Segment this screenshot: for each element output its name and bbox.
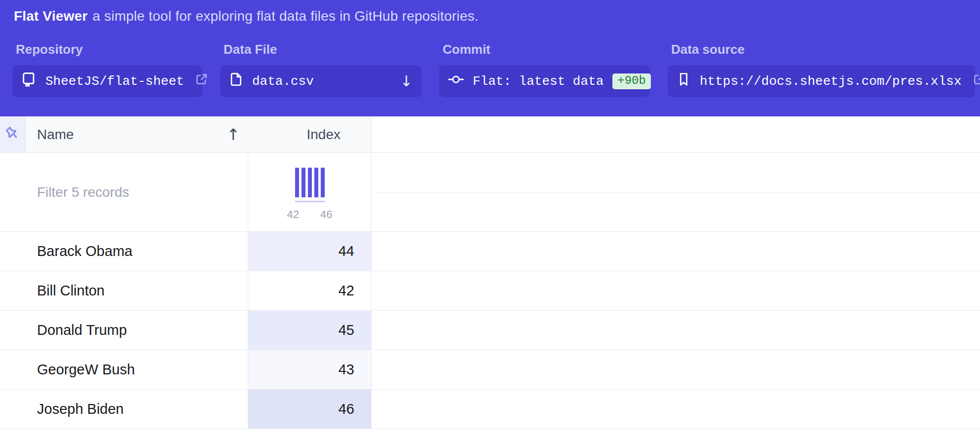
commit-message: Flat: latest data [473, 74, 603, 89]
name-cell[interactable]: Joseph Biden [0, 390, 248, 429]
flat-viewer-app: Flat Viewera simple tool for exploring f… [0, 0, 980, 438]
name-cell[interactable]: Barack Obama [0, 232, 248, 271]
row-empty-space [372, 271, 980, 310]
index-cell[interactable]: 42 [248, 271, 372, 310]
histogram-bar [302, 168, 305, 197]
filter-empty-space [372, 153, 980, 231]
file-icon [229, 72, 243, 90]
index-cell[interactable]: 46 [248, 390, 372, 429]
column-header-index[interactable]: Index [248, 116, 372, 152]
histogram-bar [321, 168, 325, 197]
row-empty-space [372, 232, 980, 271]
app-name: Flat Viewer [14, 8, 88, 24]
name-cell[interactable]: Bill Clinton [0, 271, 248, 310]
histogram-ticks: 42 46 [287, 208, 333, 221]
app-tagline: a simple tool for exploring flat data fi… [93, 8, 479, 24]
commit-button[interactable]: Flat: latest data +90b [439, 65, 650, 97]
filter-input[interactable] [0, 153, 248, 231]
name-cell[interactable]: GeorgeW Bush [0, 350, 248, 389]
row-empty-space [372, 390, 980, 429]
data-source-button[interactable]: https://docs.sheetjs.com/pres.xlsx [668, 65, 975, 97]
name-cell[interactable]: Donald Trump [0, 311, 248, 350]
histogram-max-tick: 46 [320, 208, 332, 221]
histogram-range-track[interactable] [295, 201, 325, 202]
data-file-label: Data File [224, 42, 421, 57]
external-link-icon [973, 73, 980, 90]
name-filter-cell [0, 153, 248, 231]
histogram-bar [295, 168, 299, 197]
row-empty-space [372, 311, 980, 350]
index-cell[interactable]: 44 [248, 232, 372, 271]
index-cell[interactable]: 43 [248, 350, 372, 389]
empty-grid-line [372, 153, 980, 192]
row-empty-space [372, 350, 980, 389]
filter-row: 42 46 [0, 153, 980, 232]
repository-value: SheetJS/flat-sheet [45, 74, 184, 89]
index-histogram[interactable] [295, 168, 325, 197]
histogram-bar [314, 168, 318, 197]
index-cell[interactable]: 45 [248, 311, 372, 350]
sort-ascending-icon[interactable]: ↑ [226, 125, 240, 144]
column-header-name[interactable]: Name ↑ [26, 116, 248, 152]
histogram-min-tick: 42 [287, 208, 299, 221]
index-histogram-cell[interactable]: 42 46 [248, 153, 372, 231]
data-file-select[interactable]: data.csv ↓ [220, 65, 421, 97]
table-row[interactable]: Bill Clinton 42 [0, 271, 980, 311]
table-row[interactable]: Joseph Biden 46 [0, 390, 980, 429]
diff-size-badge: +90b [612, 73, 651, 89]
header-empty-space [372, 116, 980, 152]
data-source-value: https://docs.sheetjs.com/pres.xlsx [700, 74, 962, 89]
repo-icon [21, 72, 37, 91]
data-source-control: Data source https://docs.sheetjs.com/pre… [668, 42, 975, 97]
repository-control: Repository SheetJS/flat-sheet [12, 42, 202, 97]
commit-icon [448, 72, 464, 91]
commit-control: Commit Flat: latest data +90b [439, 42, 650, 97]
data-file-control: Data File data.csv ↓ [220, 42, 421, 97]
topbar: Flat Viewera simple tool for exploring f… [0, 0, 980, 116]
column-title-name: Name [37, 127, 74, 143]
sticky-column-toggle[interactable] [0, 116, 26, 152]
table-row[interactable]: Barack Obama 44 [0, 232, 980, 271]
repository-button[interactable]: SheetJS/flat-sheet [12, 65, 202, 97]
pin-icon [5, 126, 20, 143]
data-grid: Name ↑ Index 4 [0, 116, 980, 429]
table-row[interactable]: Donald Trump 45 [0, 311, 980, 350]
data-source-label: Data source [671, 42, 975, 57]
histogram-bar [308, 168, 312, 197]
table-row[interactable]: GeorgeW Bush 43 [0, 350, 980, 390]
repository-label: Repository [16, 42, 202, 57]
download-arrow-icon: ↓ [400, 73, 413, 90]
bookmark-icon [677, 72, 691, 90]
commit-label: Commit [443, 42, 650, 57]
column-title-index: Index [307, 127, 341, 143]
page-title: Flat Viewera simple tool for exploring f… [14, 8, 980, 24]
header-controls: Repository SheetJS/flat-sheet [12, 42, 980, 97]
data-file-value: data.csv [252, 74, 314, 89]
external-link-icon [195, 73, 208, 90]
grid-header-row: Name ↑ Index [0, 116, 980, 153]
